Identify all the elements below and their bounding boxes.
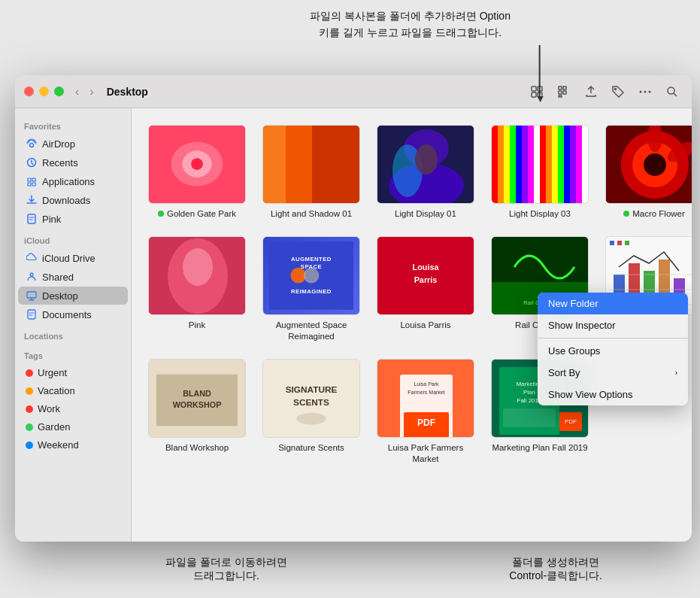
file-area: Golden Gate Park L: [132, 108, 692, 542]
file-name-pink: Pink: [189, 320, 205, 331]
annotation-bottom-left: 파일을 폴더로 이동하려면 드래그합니다.: [165, 556, 287, 583]
thumb-luisa-pdf: PDF Luisa Park Farmers Market: [377, 359, 474, 438]
svg-point-11: [644, 90, 647, 93]
svg-rect-4: [559, 87, 562, 90]
file-item-augmented[interactable]: AUGMENTED SPACE REIMAGINED Augmented Spa…: [258, 232, 365, 347]
thumb-louisa: Louisa Parris: [377, 236, 474, 315]
icloud-drive-label: iCloud Drive: [42, 253, 95, 264]
svg-text:WORKSHOP: WORKSHOP: [173, 400, 222, 409]
sidebar-item-airdrop[interactable]: AirDrop: [18, 135, 128, 153]
favorites-section-label: Favorites: [15, 114, 131, 134]
sort-by-arrow: ›: [675, 369, 677, 377]
tag-icon[interactable]: [608, 81, 629, 102]
forward-button[interactable]: ›: [86, 83, 97, 100]
svg-text:SPACE: SPACE: [301, 263, 322, 270]
maximize-button[interactable]: [54, 87, 64, 96]
svg-rect-19: [28, 310, 35, 319]
pink-icon: [26, 213, 38, 225]
svg-rect-62: [610, 241, 614, 245]
file-item-light-shadow[interactable]: Light and Shadow 01: [258, 120, 365, 224]
file-name-light-display-01: Light Display 01: [395, 208, 456, 220]
traffic-lights: [24, 87, 64, 96]
thumb-augmented: AUGMENTED SPACE REIMAGINED: [262, 236, 360, 315]
sidebar-item-weekend[interactable]: Weekend: [18, 436, 128, 454]
work-label: Work: [38, 403, 60, 414]
thumb-signature: SIGNATURE SCENTS: [262, 359, 360, 438]
ctx-use-groups[interactable]: Use Groups: [538, 340, 688, 362]
file-name-row-macro-flower: Macro Flower: [623, 208, 685, 220]
file-item-golden-gate[interactable]: Golden Gate Park: [144, 120, 250, 224]
svg-point-10: [640, 90, 642, 93]
sidebar-item-work[interactable]: Work: [18, 400, 128, 417]
svg-rect-8: [559, 96, 562, 97]
file-item-signature[interactable]: SIGNATURE SCENTS Signature Scents: [258, 354, 365, 469]
svg-point-12: [649, 90, 651, 93]
file-name-row-light-display-03: Light Display 03: [509, 208, 571, 220]
sidebar-item-icloud-drive[interactable]: iCloud Drive: [18, 249, 128, 267]
thumb-golden-gate: [148, 125, 246, 204]
sidebar-item-garden[interactable]: Garden: [18, 418, 128, 436]
desktop-icon: [26, 290, 38, 302]
svg-text:PDF: PDF: [565, 418, 577, 425]
thumb-bland: BLAND WORKSHOP: [148, 359, 246, 438]
file-item-macro-flower[interactable]: Macro Flower: [601, 120, 692, 224]
sidebar-item-vacation[interactable]: Vacation: [18, 382, 128, 399]
svg-rect-18: [27, 292, 36, 298]
search-icon[interactable]: [662, 81, 683, 102]
svg-point-14: [30, 144, 34, 147]
file-name-row-luisa-pdf: Luisa Park Farmers Market: [377, 442, 474, 465]
svg-point-13: [668, 87, 674, 94]
svg-point-23: [191, 158, 203, 170]
file-name-golden-gate: Golden Gate Park: [167, 208, 236, 220]
sidebar-item-documents[interactable]: Documents: [18, 305, 128, 323]
file-item-light-display-03[interactable]: Light Display 03: [486, 120, 593, 224]
file-item-louisa[interactable]: Louisa Parris Louisa Parris: [372, 232, 479, 347]
thumb-pink: [148, 236, 246, 315]
ctx-new-folder[interactable]: New Folder: [538, 293, 688, 314]
back-button[interactable]: ‹: [71, 83, 83, 100]
sidebar: Favorites AirDrop: [15, 108, 132, 542]
more-icon[interactable]: [635, 81, 656, 102]
svg-text:Luisa Park: Luisa Park: [414, 381, 439, 387]
file-item-luisa-pdf[interactable]: PDF Luisa Park Farmers Market Luisa Park…: [372, 354, 479, 469]
svg-rect-7: [563, 91, 566, 94]
svg-point-40: [183, 248, 213, 286]
svg-point-31: [415, 144, 438, 175]
minimize-button[interactable]: [39, 87, 49, 96]
vacation-dot: [26, 387, 33, 395]
downloads-icon: [26, 194, 38, 206]
svg-text:BLAND: BLAND: [183, 389, 211, 398]
thumb-light-display-01: [377, 125, 474, 204]
file-name-signature: Signature Scents: [278, 442, 344, 454]
desktop-label: Desktop: [42, 290, 78, 302]
sidebar-item-urgent[interactable]: Urgent: [18, 364, 128, 381]
shared-label: Shared: [42, 272, 74, 283]
svg-text:SIGNATURE: SIGNATURE: [286, 384, 338, 395]
sidebar-item-desktop[interactable]: Desktop: [18, 287, 128, 305]
sidebar-item-applications[interactable]: Applications: [18, 172, 128, 190]
file-name-row-light-display-01: Light Display 01: [395, 208, 456, 220]
sidebar-item-shared[interactable]: Shared: [18, 268, 128, 286]
file-item-bland[interactable]: BLAND WORKSHOP Bland Workshop: [144, 354, 250, 469]
close-button[interactable]: [24, 87, 34, 96]
file-item-pink[interactable]: Pink: [144, 232, 250, 347]
sidebar-item-downloads[interactable]: Downloads: [18, 191, 128, 209]
ctx-show-inspector[interactable]: Show Inspector: [538, 314, 688, 336]
thumb-macro-flower: [605, 125, 692, 204]
file-item-light-display-01[interactable]: Light Display 01: [372, 120, 479, 224]
file-name-light-shadow: Light and Shadow 01: [271, 208, 352, 220]
recents-icon: [26, 156, 38, 168]
sidebar-item-pink[interactable]: Pink: [18, 210, 128, 228]
ctx-sort-by[interactable]: Sort By ›: [538, 362, 688, 384]
svg-text:PDF: PDF: [417, 417, 435, 428]
airdrop-icon: [26, 138, 38, 150]
share-icon[interactable]: [580, 81, 602, 102]
sidebar-item-recents[interactable]: Recents: [18, 153, 128, 172]
svg-text:Plan: Plan: [523, 389, 535, 396]
svg-point-72: [296, 413, 326, 425]
recents-label: Recents: [42, 157, 78, 168]
group-view-icon[interactable]: [553, 81, 574, 102]
work-dot: [26, 405, 33, 413]
file-name-row-bland: Bland Workshop: [165, 442, 229, 454]
ctx-show-view-options[interactable]: Show View Options: [538, 384, 688, 405]
